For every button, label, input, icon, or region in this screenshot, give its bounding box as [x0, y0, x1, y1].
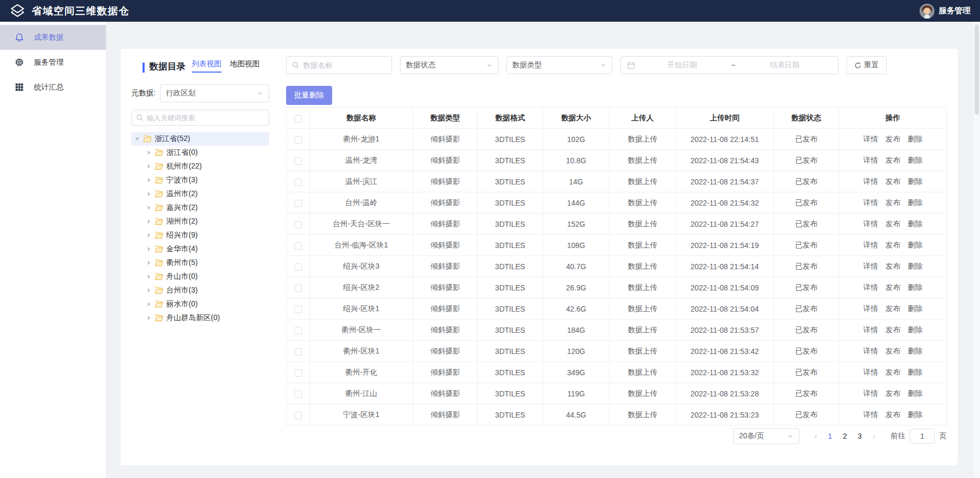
tree-item[interactable]: 绍兴市(9)	[131, 228, 269, 242]
caret-right-icon[interactable]	[148, 302, 150, 306]
batch-delete-button[interactable]: 批量删除	[286, 86, 332, 105]
row-action-detail[interactable]: 详情	[863, 241, 878, 249]
page-size-select[interactable]: 20条/页	[733, 428, 799, 444]
row-action-publish[interactable]: 发布	[886, 304, 901, 313]
page-scrollbar[interactable]	[974, 22, 980, 478]
caret-right-icon[interactable]	[148, 247, 150, 251]
tree-item[interactable]: 湖州市(2)	[131, 215, 269, 228]
tree-root-item[interactable]: 浙江省(52)	[131, 132, 269, 146]
row-action-detail[interactable]: 详情	[863, 219, 878, 228]
row-action-detail[interactable]: 详情	[863, 368, 878, 376]
sidebar-item-statistics[interactable]: 统计汇总	[0, 75, 106, 100]
row-action-publish[interactable]: 发布	[886, 262, 901, 270]
row-action-delete[interactable]: 删除	[908, 368, 923, 376]
caret-right-icon[interactable]	[148, 275, 150, 279]
row-action-delete[interactable]: 删除	[908, 262, 923, 270]
row-action-detail[interactable]: 详情	[863, 177, 878, 185]
row-action-publish[interactable]: 发布	[886, 219, 901, 228]
row-action-delete[interactable]: 删除	[908, 177, 923, 185]
user-box[interactable]: 服务管理	[920, 4, 970, 19]
row-action-publish[interactable]: 发布	[886, 177, 901, 185]
page-number-3[interactable]: 3	[852, 432, 867, 440]
row-action-detail[interactable]: 详情	[863, 135, 878, 143]
type-select[interactable]: 数据类型	[506, 56, 612, 74]
tab-list-view[interactable]: 列表视图	[192, 59, 221, 73]
row-action-delete[interactable]: 删除	[908, 304, 923, 313]
page-number-2[interactable]: 2	[838, 432, 852, 440]
tree-item[interactable]: 台州市(3)	[131, 284, 269, 297]
row-checkbox[interactable]	[295, 157, 302, 165]
reset-button[interactable]: 重置	[847, 56, 887, 74]
row-action-detail[interactable]: 详情	[863, 262, 878, 270]
row-action-detail[interactable]: 详情	[863, 304, 878, 313]
page-number-1[interactable]: 1	[823, 432, 838, 440]
row-action-delete[interactable]: 删除	[908, 219, 923, 228]
row-action-delete[interactable]: 删除	[908, 389, 923, 397]
caret-right-icon[interactable]	[148, 233, 150, 237]
caret-right-icon[interactable]	[148, 206, 150, 210]
row-action-detail[interactable]: 详情	[863, 156, 878, 164]
row-action-delete[interactable]: 删除	[908, 156, 923, 164]
tree-item[interactable]: 舟山市(0)	[131, 270, 269, 284]
caret-right-icon[interactable]	[148, 178, 150, 182]
row-action-publish[interactable]: 发布	[886, 283, 901, 291]
row-action-delete[interactable]: 删除	[908, 325, 923, 334]
tree-item[interactable]: 金华市(4)	[131, 242, 269, 256]
row-action-publish[interactable]: 发布	[886, 325, 901, 334]
row-checkbox[interactable]	[295, 200, 302, 207]
row-checkbox[interactable]	[295, 412, 302, 419]
caret-right-icon[interactable]	[148, 151, 150, 155]
caret-right-icon[interactable]	[148, 219, 150, 224]
sidebar-item-result-data[interactable]: 成果数据	[0, 25, 106, 50]
tree-item[interactable]: 衢州市(5)	[131, 256, 269, 270]
scrollbar-thumb[interactable]	[975, 24, 979, 114]
row-action-publish[interactable]: 发布	[886, 135, 901, 143]
row-action-detail[interactable]: 详情	[863, 410, 878, 419]
tree-item[interactable]: 嘉兴市(2)	[131, 201, 269, 215]
metadata-select[interactable]: 行政区划	[160, 84, 269, 102]
row-checkbox[interactable]	[295, 306, 302, 313]
row-checkbox[interactable]	[295, 221, 302, 228]
row-checkbox[interactable]	[295, 285, 302, 292]
prev-page-button[interactable]: ‹	[809, 432, 823, 440]
date-range-picker[interactable]: 开始日期 ~ 结束日期	[620, 56, 839, 74]
goto-page-input[interactable]	[910, 429, 935, 444]
caret-right-icon[interactable]	[148, 164, 150, 169]
row-action-detail[interactable]: 详情	[863, 389, 878, 397]
row-action-publish[interactable]: 发布	[886, 368, 901, 376]
row-action-detail[interactable]: 详情	[863, 198, 878, 207]
tree-item[interactable]: 舟山群岛新区(0)	[131, 311, 269, 325]
user-avatar[interactable]	[920, 4, 934, 19]
row-action-delete[interactable]: 删除	[908, 241, 923, 249]
tree-item[interactable]: 丽水市(0)	[131, 297, 269, 311]
row-action-publish[interactable]: 发布	[886, 347, 901, 355]
row-checkbox[interactable]	[295, 136, 302, 144]
row-action-delete[interactable]: 删除	[908, 283, 923, 291]
row-checkbox[interactable]	[295, 242, 302, 250]
row-action-detail[interactable]: 详情	[863, 347, 878, 355]
row-checkbox[interactable]	[295, 369, 302, 377]
name-search-input[interactable]	[303, 61, 386, 69]
row-action-publish[interactable]: 发布	[886, 241, 901, 249]
row-checkbox[interactable]	[295, 179, 302, 186]
tree-item[interactable]: 温州市(2)	[131, 187, 269, 201]
caret-right-icon[interactable]	[148, 288, 150, 293]
status-select[interactable]: 数据状态	[400, 56, 498, 74]
caret-right-icon[interactable]	[148, 261, 150, 265]
row-action-delete[interactable]: 删除	[908, 410, 923, 419]
select-all-checkbox[interactable]	[295, 115, 302, 122]
row-action-detail[interactable]: 详情	[863, 325, 878, 334]
row-action-delete[interactable]: 删除	[908, 135, 923, 143]
tree-search-input[interactable]	[147, 114, 264, 122]
tab-map-view[interactable]: 地图视图	[230, 59, 260, 73]
tree-item[interactable]: 杭州市(22)	[131, 160, 269, 173]
row-checkbox[interactable]	[295, 348, 302, 356]
tree-item[interactable]: 浙江省(0)	[131, 146, 269, 160]
row-action-publish[interactable]: 发布	[886, 198, 901, 207]
caret-down-icon[interactable]	[135, 138, 139, 140]
row-action-publish[interactable]: 发布	[886, 156, 901, 164]
row-action-publish[interactable]: 发布	[886, 389, 901, 397]
row-action-delete[interactable]: 删除	[908, 347, 923, 355]
row-action-publish[interactable]: 发布	[886, 410, 901, 419]
tree-item[interactable]: 宁波市(3)	[131, 173, 269, 187]
